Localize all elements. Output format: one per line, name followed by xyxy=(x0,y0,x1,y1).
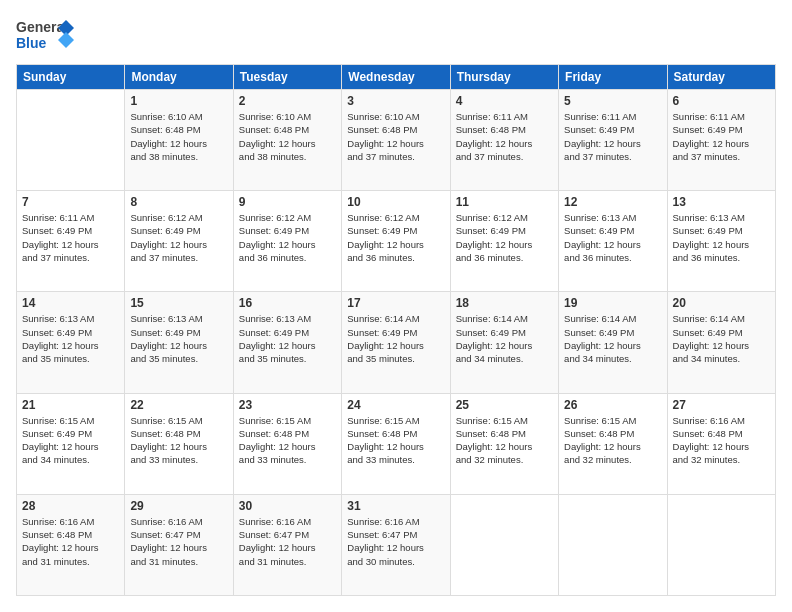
day-number: 5 xyxy=(564,94,661,108)
day-number: 1 xyxy=(130,94,227,108)
calendar-week-3: 14Sunrise: 6:13 AM Sunset: 6:49 PM Dayli… xyxy=(17,292,776,393)
calendar-cell: 11Sunrise: 6:12 AM Sunset: 6:49 PM Dayli… xyxy=(450,191,558,292)
calendar-cell: 6Sunrise: 6:11 AM Sunset: 6:49 PM Daylig… xyxy=(667,90,775,191)
cell-info: Sunrise: 6:12 AM Sunset: 6:49 PM Dayligh… xyxy=(130,211,227,264)
header: GeneralBlue xyxy=(16,16,776,56)
cell-info: Sunrise: 6:16 AM Sunset: 6:48 PM Dayligh… xyxy=(22,515,119,568)
calendar-cell: 28Sunrise: 6:16 AM Sunset: 6:48 PM Dayli… xyxy=(17,494,125,595)
cell-info: Sunrise: 6:10 AM Sunset: 6:48 PM Dayligh… xyxy=(239,110,336,163)
calendar-cell: 23Sunrise: 6:15 AM Sunset: 6:48 PM Dayli… xyxy=(233,393,341,494)
cell-info: Sunrise: 6:12 AM Sunset: 6:49 PM Dayligh… xyxy=(456,211,553,264)
calendar-cell: 5Sunrise: 6:11 AM Sunset: 6:49 PM Daylig… xyxy=(559,90,667,191)
calendar-cell: 18Sunrise: 6:14 AM Sunset: 6:49 PM Dayli… xyxy=(450,292,558,393)
calendar-cell: 27Sunrise: 6:16 AM Sunset: 6:48 PM Dayli… xyxy=(667,393,775,494)
cell-info: Sunrise: 6:16 AM Sunset: 6:47 PM Dayligh… xyxy=(239,515,336,568)
page: GeneralBlue SundayMondayTuesdayWednesday… xyxy=(0,0,792,612)
cell-info: Sunrise: 6:12 AM Sunset: 6:49 PM Dayligh… xyxy=(347,211,444,264)
cell-info: Sunrise: 6:13 AM Sunset: 6:49 PM Dayligh… xyxy=(239,312,336,365)
calendar-cell: 13Sunrise: 6:13 AM Sunset: 6:49 PM Dayli… xyxy=(667,191,775,292)
day-number: 24 xyxy=(347,398,444,412)
day-number: 13 xyxy=(673,195,770,209)
day-number: 17 xyxy=(347,296,444,310)
cell-info: Sunrise: 6:15 AM Sunset: 6:48 PM Dayligh… xyxy=(564,414,661,467)
cell-info: Sunrise: 6:15 AM Sunset: 6:48 PM Dayligh… xyxy=(130,414,227,467)
calendar-cell xyxy=(559,494,667,595)
day-number: 7 xyxy=(22,195,119,209)
day-number: 20 xyxy=(673,296,770,310)
cell-info: Sunrise: 6:13 AM Sunset: 6:49 PM Dayligh… xyxy=(673,211,770,264)
day-number: 4 xyxy=(456,94,553,108)
calendar-cell: 15Sunrise: 6:13 AM Sunset: 6:49 PM Dayli… xyxy=(125,292,233,393)
calendar-cell: 26Sunrise: 6:15 AM Sunset: 6:48 PM Dayli… xyxy=(559,393,667,494)
calendar-header-sunday: Sunday xyxy=(17,65,125,90)
day-number: 18 xyxy=(456,296,553,310)
calendar-cell: 24Sunrise: 6:15 AM Sunset: 6:48 PM Dayli… xyxy=(342,393,450,494)
calendar-cell: 8Sunrise: 6:12 AM Sunset: 6:49 PM Daylig… xyxy=(125,191,233,292)
calendar-cell: 4Sunrise: 6:11 AM Sunset: 6:48 PM Daylig… xyxy=(450,90,558,191)
day-number: 16 xyxy=(239,296,336,310)
calendar-header-saturday: Saturday xyxy=(667,65,775,90)
calendar-week-4: 21Sunrise: 6:15 AM Sunset: 6:49 PM Dayli… xyxy=(17,393,776,494)
calendar-cell: 31Sunrise: 6:16 AM Sunset: 6:47 PM Dayli… xyxy=(342,494,450,595)
cell-info: Sunrise: 6:16 AM Sunset: 6:48 PM Dayligh… xyxy=(673,414,770,467)
calendar-cell: 19Sunrise: 6:14 AM Sunset: 6:49 PM Dayli… xyxy=(559,292,667,393)
day-number: 6 xyxy=(673,94,770,108)
calendar-cell: 17Sunrise: 6:14 AM Sunset: 6:49 PM Dayli… xyxy=(342,292,450,393)
cell-info: Sunrise: 6:13 AM Sunset: 6:49 PM Dayligh… xyxy=(130,312,227,365)
cell-info: Sunrise: 6:15 AM Sunset: 6:48 PM Dayligh… xyxy=(239,414,336,467)
calendar-cell: 20Sunrise: 6:14 AM Sunset: 6:49 PM Dayli… xyxy=(667,292,775,393)
calendar-week-5: 28Sunrise: 6:16 AM Sunset: 6:48 PM Dayli… xyxy=(17,494,776,595)
calendar-cell: 2Sunrise: 6:10 AM Sunset: 6:48 PM Daylig… xyxy=(233,90,341,191)
calendar-cell: 14Sunrise: 6:13 AM Sunset: 6:49 PM Dayli… xyxy=(17,292,125,393)
svg-text:Blue: Blue xyxy=(16,35,47,51)
cell-info: Sunrise: 6:12 AM Sunset: 6:49 PM Dayligh… xyxy=(239,211,336,264)
day-number: 10 xyxy=(347,195,444,209)
cell-info: Sunrise: 6:10 AM Sunset: 6:48 PM Dayligh… xyxy=(130,110,227,163)
calendar-cell: 30Sunrise: 6:16 AM Sunset: 6:47 PM Dayli… xyxy=(233,494,341,595)
calendar-table: SundayMondayTuesdayWednesdayThursdayFrid… xyxy=(16,64,776,596)
calendar-cell xyxy=(450,494,558,595)
cell-info: Sunrise: 6:10 AM Sunset: 6:48 PM Dayligh… xyxy=(347,110,444,163)
cell-info: Sunrise: 6:11 AM Sunset: 6:49 PM Dayligh… xyxy=(564,110,661,163)
day-number: 28 xyxy=(22,499,119,513)
cell-info: Sunrise: 6:15 AM Sunset: 6:48 PM Dayligh… xyxy=(347,414,444,467)
day-number: 2 xyxy=(239,94,336,108)
day-number: 29 xyxy=(130,499,227,513)
day-number: 11 xyxy=(456,195,553,209)
calendar-header-monday: Monday xyxy=(125,65,233,90)
day-number: 23 xyxy=(239,398,336,412)
calendar-cell: 3Sunrise: 6:10 AM Sunset: 6:48 PM Daylig… xyxy=(342,90,450,191)
day-number: 19 xyxy=(564,296,661,310)
calendar-week-2: 7Sunrise: 6:11 AM Sunset: 6:49 PM Daylig… xyxy=(17,191,776,292)
calendar-cell xyxy=(667,494,775,595)
day-number: 14 xyxy=(22,296,119,310)
cell-info: Sunrise: 6:14 AM Sunset: 6:49 PM Dayligh… xyxy=(673,312,770,365)
cell-info: Sunrise: 6:11 AM Sunset: 6:48 PM Dayligh… xyxy=(456,110,553,163)
calendar-cell: 16Sunrise: 6:13 AM Sunset: 6:49 PM Dayli… xyxy=(233,292,341,393)
calendar-header-wednesday: Wednesday xyxy=(342,65,450,90)
calendar-header-thursday: Thursday xyxy=(450,65,558,90)
cell-info: Sunrise: 6:13 AM Sunset: 6:49 PM Dayligh… xyxy=(564,211,661,264)
logo: GeneralBlue xyxy=(16,16,76,56)
day-number: 30 xyxy=(239,499,336,513)
day-number: 21 xyxy=(22,398,119,412)
calendar-header-friday: Friday xyxy=(559,65,667,90)
cell-info: Sunrise: 6:11 AM Sunset: 6:49 PM Dayligh… xyxy=(22,211,119,264)
day-number: 22 xyxy=(130,398,227,412)
day-number: 9 xyxy=(239,195,336,209)
calendar-header-tuesday: Tuesday xyxy=(233,65,341,90)
calendar-week-1: 1Sunrise: 6:10 AM Sunset: 6:48 PM Daylig… xyxy=(17,90,776,191)
cell-info: Sunrise: 6:13 AM Sunset: 6:49 PM Dayligh… xyxy=(22,312,119,365)
cell-info: Sunrise: 6:16 AM Sunset: 6:47 PM Dayligh… xyxy=(130,515,227,568)
calendar-cell: 22Sunrise: 6:15 AM Sunset: 6:48 PM Dayli… xyxy=(125,393,233,494)
day-number: 15 xyxy=(130,296,227,310)
calendar-cell xyxy=(17,90,125,191)
day-number: 25 xyxy=(456,398,553,412)
cell-info: Sunrise: 6:11 AM Sunset: 6:49 PM Dayligh… xyxy=(673,110,770,163)
day-number: 12 xyxy=(564,195,661,209)
calendar-cell: 25Sunrise: 6:15 AM Sunset: 6:48 PM Dayli… xyxy=(450,393,558,494)
calendar-cell: 29Sunrise: 6:16 AM Sunset: 6:47 PM Dayli… xyxy=(125,494,233,595)
calendar-cell: 21Sunrise: 6:15 AM Sunset: 6:49 PM Dayli… xyxy=(17,393,125,494)
cell-info: Sunrise: 6:15 AM Sunset: 6:49 PM Dayligh… xyxy=(22,414,119,467)
calendar-cell: 12Sunrise: 6:13 AM Sunset: 6:49 PM Dayli… xyxy=(559,191,667,292)
